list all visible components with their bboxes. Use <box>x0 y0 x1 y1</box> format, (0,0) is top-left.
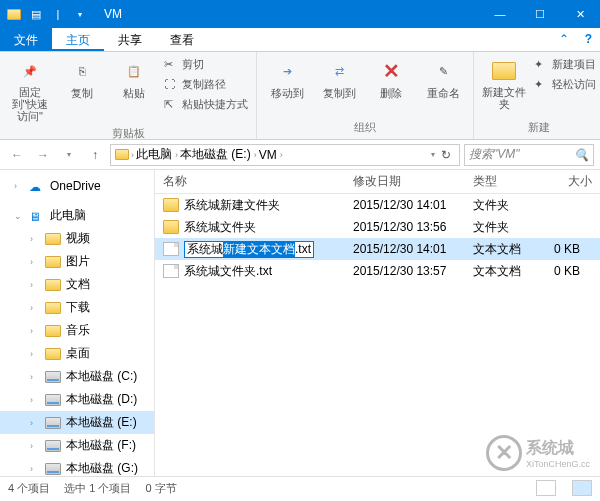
new-item-icon: ✦ <box>534 58 548 72</box>
tree-videos[interactable]: ›视频 <box>0 227 154 250</box>
search-icon: 🔍 <box>574 148 589 162</box>
easy-access-button[interactable]: ✦轻松访问 <box>532 76 598 93</box>
address-bar[interactable]: › 此电脑› 本地磁盘 (E:)› VM› ▾ ↻ <box>110 144 460 166</box>
paste-shortcut-button[interactable]: ⇱粘贴快捷方式 <box>162 96 250 113</box>
drive-icon <box>45 440 61 452</box>
file-row[interactable]: 系统城文件夹 2015/12/30 13:56 文件夹 <box>155 216 600 238</box>
col-type[interactable]: 类型 <box>465 173 545 190</box>
tree-drive-d[interactable]: ›本地磁盘 (D:) <box>0 388 154 411</box>
path-icon: ⛶ <box>164 78 178 92</box>
close-button[interactable]: ✕ <box>560 0 600 28</box>
cut-icon: ✂ <box>164 58 178 72</box>
pin-icon: 📌 <box>16 58 44 84</box>
tree-drive-g[interactable]: ›本地磁盘 (G:) <box>0 457 154 476</box>
tree-drive-c[interactable]: ›本地磁盘 (C:) <box>0 365 154 388</box>
forward-button[interactable]: → <box>32 144 54 166</box>
crumb-pc[interactable]: 此电脑› <box>136 146 178 163</box>
statusbar: 4 个项目 选中 1 个项目 0 字节 <box>0 476 600 499</box>
ribbon-tabs: 文件 主页 共享 查看 ⌃ ? <box>0 28 600 52</box>
file-row[interactable]: 系统城新建文件夹 2015/12/30 14:01 文件夹 <box>155 194 600 216</box>
col-date[interactable]: 修改日期 <box>345 173 465 190</box>
qat-divider: | <box>50 6 66 22</box>
tree-desktop[interactable]: ›桌面 <box>0 342 154 365</box>
folder-icon <box>45 302 61 314</box>
qat-dropdown-icon[interactable]: ▾ <box>72 6 88 22</box>
cut-button[interactable]: ✂剪切 <box>162 56 250 73</box>
copy-path-button[interactable]: ⛶复制路径 <box>162 76 250 93</box>
navigation-tree[interactable]: ›☁OneDrive ⌄🖥此电脑 ›视频 ›图片 ›文档 ›下载 ›音乐 ›桌面… <box>0 170 155 476</box>
rename-input[interactable]: 系统城新建文本文档.txt <box>184 241 314 258</box>
tree-onedrive[interactable]: ›☁OneDrive <box>0 176 154 196</box>
refresh-button[interactable]: ↻ <box>437 148 455 162</box>
easy-access-icon: ✦ <box>534 78 548 92</box>
new-folder-icon <box>490 58 518 84</box>
new-folder-button[interactable]: 新建文件夹 <box>480 56 528 112</box>
folder-icon <box>6 6 22 22</box>
move-icon: ➔ <box>273 58 301 84</box>
up-button[interactable]: ↑ <box>84 144 106 166</box>
view-details-button[interactable] <box>536 480 556 496</box>
delete-button[interactable]: ✕删除 <box>367 56 415 103</box>
rename-icon: ✎ <box>429 58 457 84</box>
status-size: 0 字节 <box>145 481 176 496</box>
drive-icon <box>45 394 61 406</box>
new-item-button[interactable]: ✦新建项目 <box>532 56 598 73</box>
tree-drive-e[interactable]: ›本地磁盘 (E:) <box>0 411 154 434</box>
ribbon: 📌 固定到"快速访问" ⎘ 复制 📋 粘贴 ✂剪切 ⛶复制路径 ⇱粘贴快捷方式 … <box>0 52 600 140</box>
rename-button[interactable]: ✎重命名 <box>419 56 467 103</box>
tree-drive-f[interactable]: ›本地磁盘 (F:) <box>0 434 154 457</box>
folder-icon <box>163 198 179 212</box>
properties-icon[interactable]: ▤ <box>28 6 44 22</box>
folder-icon <box>163 220 179 234</box>
drive-icon <box>45 417 61 429</box>
view-icons-button[interactable] <box>572 480 592 496</box>
folder-icon <box>45 325 61 337</box>
tree-music[interactable]: ›音乐 <box>0 319 154 342</box>
tree-pictures[interactable]: ›图片 <box>0 250 154 273</box>
drive-icon <box>45 371 61 383</box>
recent-dropdown[interactable]: ▾ <box>58 144 80 166</box>
pin-button[interactable]: 📌 固定到"快速访问" <box>6 56 54 124</box>
addr-folder-icon <box>115 149 129 160</box>
file-row-editing[interactable]: 系统城新建文本文档.txt 2015/12/30 14:01 文本文档 0 KB <box>155 238 600 260</box>
tab-share[interactable]: 共享 <box>104 28 156 51</box>
window-title: VM <box>94 7 480 21</box>
move-to-button[interactable]: ➔移动到 <box>263 56 311 103</box>
copy-button[interactable]: ⎘ 复制 <box>58 56 106 103</box>
ribbon-collapse-icon[interactable]: ⌃ <box>551 28 577 51</box>
drive-icon <box>45 463 61 475</box>
navbar: ← → ▾ ↑ › 此电脑› 本地磁盘 (E:)› VM› ▾ ↻ 搜索"VM"… <box>0 140 600 170</box>
folder-icon <box>45 348 61 360</box>
tab-home[interactable]: 主页 <box>52 28 104 51</box>
status-selected: 选中 1 个项目 <box>64 481 131 496</box>
crumb-folder[interactable]: VM› <box>259 148 283 162</box>
search-input[interactable]: 搜索"VM" 🔍 <box>464 144 594 166</box>
back-button[interactable]: ← <box>6 144 28 166</box>
shortcut-icon: ⇱ <box>164 98 178 112</box>
minimize-button[interactable]: — <box>480 0 520 28</box>
column-headers[interactable]: 名称 修改日期 类型 大小 <box>155 170 600 194</box>
status-count: 4 个项目 <box>8 481 50 496</box>
tab-file[interactable]: 文件 <box>0 28 52 51</box>
file-list[interactable]: 系统城新建文件夹 2015/12/30 14:01 文件夹 系统城文件夹 201… <box>155 194 600 282</box>
tree-downloads[interactable]: ›下载 <box>0 296 154 319</box>
text-file-icon <box>163 264 179 278</box>
folder-icon <box>45 256 61 268</box>
crumb-drive[interactable]: 本地磁盘 (E:)› <box>180 146 257 163</box>
col-size[interactable]: 大小 <box>545 173 600 190</box>
tree-thispc[interactable]: ⌄🖥此电脑 <box>0 204 154 227</box>
folder-icon <box>45 233 61 245</box>
pc-icon: 🖥 <box>29 210 45 222</box>
help-icon[interactable]: ? <box>577 28 600 51</box>
titlebar: ▤ | ▾ VM — ☐ ✕ <box>0 0 600 28</box>
addr-dropdown-icon[interactable]: ▾ <box>431 150 435 159</box>
tab-view[interactable]: 查看 <box>156 28 208 51</box>
col-name[interactable]: 名称 <box>155 173 345 190</box>
copyto-icon: ⇄ <box>325 58 353 84</box>
file-row[interactable]: 系统城文件夹.txt 2015/12/30 13:57 文本文档 0 KB <box>155 260 600 282</box>
maximize-button[interactable]: ☐ <box>520 0 560 28</box>
copy-to-button[interactable]: ⇄复制到 <box>315 56 363 103</box>
tree-documents[interactable]: ›文档 <box>0 273 154 296</box>
paste-button[interactable]: 📋 粘贴 <box>110 56 158 103</box>
cloud-icon: ☁ <box>29 180 45 192</box>
